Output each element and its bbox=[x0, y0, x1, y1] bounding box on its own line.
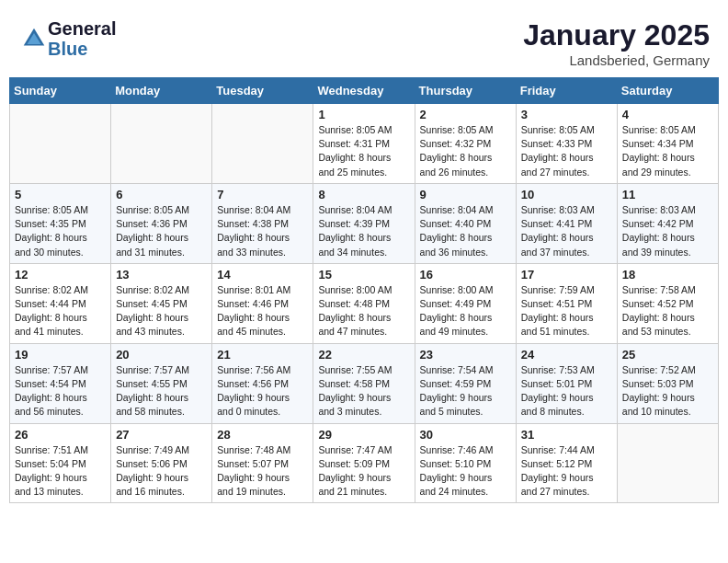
calendar-cell: 17Sunrise: 7:59 AM Sunset: 4:51 PM Dayli… bbox=[516, 263, 617, 343]
day-info: Sunrise: 8:03 AM Sunset: 4:41 PM Dayligh… bbox=[521, 203, 612, 259]
day-info: Sunrise: 8:05 AM Sunset: 4:32 PM Dayligh… bbox=[420, 123, 511, 179]
calendar: SundayMondayTuesdayWednesdayThursdayFrid… bbox=[9, 77, 719, 503]
logo-text: General Blue bbox=[48, 18, 116, 59]
day-number: 3 bbox=[521, 108, 612, 121]
weekday-header: Saturday bbox=[617, 78, 718, 104]
calendar-cell: 7Sunrise: 8:04 AM Sunset: 4:38 PM Daylig… bbox=[212, 183, 313, 263]
weekday-header: Sunday bbox=[10, 78, 111, 104]
calendar-cell: 24Sunrise: 7:53 AM Sunset: 5:01 PM Dayli… bbox=[516, 343, 617, 423]
day-number: 9 bbox=[420, 188, 511, 201]
day-info: Sunrise: 7:57 AM Sunset: 4:54 PM Dayligh… bbox=[15, 363, 106, 419]
day-info: Sunrise: 7:49 AM Sunset: 5:06 PM Dayligh… bbox=[116, 443, 207, 500]
calendar-week-row: 12Sunrise: 8:02 AM Sunset: 4:44 PM Dayli… bbox=[10, 263, 719, 343]
day-info: Sunrise: 7:52 AM Sunset: 5:03 PM Dayligh… bbox=[622, 363, 713, 419]
day-number: 4 bbox=[622, 108, 713, 121]
day-number: 20 bbox=[116, 348, 207, 362]
calendar-week-row: 26Sunrise: 7:51 AM Sunset: 5:04 PM Dayli… bbox=[10, 423, 719, 503]
calendar-cell: 26Sunrise: 7:51 AM Sunset: 5:04 PM Dayli… bbox=[10, 423, 111, 503]
calendar-cell: 21Sunrise: 7:56 AM Sunset: 4:56 PM Dayli… bbox=[212, 343, 313, 423]
calendar-cell: 8Sunrise: 8:04 AM Sunset: 4:39 PM Daylig… bbox=[313, 183, 415, 263]
calendar-week-row: 19Sunrise: 7:57 AM Sunset: 4:54 PM Dayli… bbox=[10, 343, 719, 423]
calendar-cell: 10Sunrise: 8:03 AM Sunset: 4:41 PM Dayli… bbox=[516, 183, 617, 263]
calendar-cell bbox=[10, 104, 111, 184]
day-info: Sunrise: 8:05 AM Sunset: 4:34 PM Dayligh… bbox=[622, 123, 713, 179]
day-number: 30 bbox=[420, 428, 511, 442]
day-info: Sunrise: 8:00 AM Sunset: 4:48 PM Dayligh… bbox=[318, 283, 409, 339]
month-title: January 2025 bbox=[523, 18, 710, 52]
day-number: 7 bbox=[217, 188, 308, 201]
day-info: Sunrise: 8:04 AM Sunset: 4:38 PM Dayligh… bbox=[217, 203, 308, 259]
calendar-cell: 16Sunrise: 8:00 AM Sunset: 4:49 PM Dayli… bbox=[415, 263, 516, 343]
day-number: 8 bbox=[318, 188, 409, 201]
day-number: 21 bbox=[217, 348, 308, 362]
day-info: Sunrise: 8:05 AM Sunset: 4:31 PM Dayligh… bbox=[318, 123, 409, 179]
day-info: Sunrise: 7:58 AM Sunset: 4:52 PM Dayligh… bbox=[622, 283, 713, 339]
day-number: 27 bbox=[116, 428, 207, 442]
day-number: 28 bbox=[217, 428, 308, 442]
calendar-cell: 3Sunrise: 8:05 AM Sunset: 4:33 PM Daylig… bbox=[516, 104, 617, 184]
calendar-cell bbox=[212, 104, 313, 184]
day-info: Sunrise: 8:02 AM Sunset: 4:45 PM Dayligh… bbox=[116, 283, 207, 339]
logo: General Blue bbox=[18, 18, 116, 59]
calendar-week-row: 5Sunrise: 8:05 AM Sunset: 4:35 PM Daylig… bbox=[10, 183, 719, 263]
calendar-cell: 23Sunrise: 7:54 AM Sunset: 4:59 PM Dayli… bbox=[415, 343, 516, 423]
day-number: 12 bbox=[15, 268, 106, 282]
day-number: 17 bbox=[521, 268, 612, 282]
day-number: 13 bbox=[116, 268, 207, 282]
calendar-cell: 25Sunrise: 7:52 AM Sunset: 5:03 PM Dayli… bbox=[617, 343, 718, 423]
calendar-cell: 18Sunrise: 7:58 AM Sunset: 4:52 PM Dayli… bbox=[617, 263, 718, 343]
weekday-header: Friday bbox=[516, 78, 617, 104]
day-info: Sunrise: 8:01 AM Sunset: 4:46 PM Dayligh… bbox=[217, 283, 308, 339]
calendar-cell bbox=[111, 104, 212, 184]
calendar-cell: 20Sunrise: 7:57 AM Sunset: 4:55 PM Dayli… bbox=[111, 343, 212, 423]
calendar-cell: 27Sunrise: 7:49 AM Sunset: 5:06 PM Dayli… bbox=[111, 423, 212, 503]
calendar-cell: 6Sunrise: 8:05 AM Sunset: 4:36 PM Daylig… bbox=[111, 183, 212, 263]
day-number: 26 bbox=[15, 428, 106, 442]
calendar-cell: 29Sunrise: 7:47 AM Sunset: 5:09 PM Dayli… bbox=[313, 423, 415, 503]
day-number: 18 bbox=[622, 268, 713, 282]
calendar-cell: 12Sunrise: 8:02 AM Sunset: 4:44 PM Dayli… bbox=[10, 263, 111, 343]
day-number: 1 bbox=[318, 108, 409, 121]
day-info: Sunrise: 8:05 AM Sunset: 4:36 PM Dayligh… bbox=[116, 203, 207, 259]
day-number: 19 bbox=[15, 348, 106, 362]
day-number: 31 bbox=[521, 428, 612, 442]
day-number: 5 bbox=[15, 188, 106, 201]
day-info: Sunrise: 7:56 AM Sunset: 4:56 PM Dayligh… bbox=[217, 363, 308, 419]
day-info: Sunrise: 8:05 AM Sunset: 4:35 PM Dayligh… bbox=[15, 203, 106, 259]
calendar-cell: 5Sunrise: 8:05 AM Sunset: 4:35 PM Daylig… bbox=[10, 183, 111, 263]
calendar-cell: 13Sunrise: 8:02 AM Sunset: 4:45 PM Dayli… bbox=[111, 263, 212, 343]
day-info: Sunrise: 7:54 AM Sunset: 4:59 PM Dayligh… bbox=[420, 363, 511, 419]
day-number: 22 bbox=[318, 348, 409, 362]
day-number: 10 bbox=[521, 188, 612, 201]
day-info: Sunrise: 8:05 AM Sunset: 4:33 PM Dayligh… bbox=[521, 123, 612, 179]
day-number: 15 bbox=[318, 268, 409, 282]
day-info: Sunrise: 8:04 AM Sunset: 4:40 PM Dayligh… bbox=[420, 203, 511, 259]
calendar-cell: 11Sunrise: 8:03 AM Sunset: 4:42 PM Dayli… bbox=[617, 183, 718, 263]
calendar-cell: 19Sunrise: 7:57 AM Sunset: 4:54 PM Dayli… bbox=[10, 343, 111, 423]
day-info: Sunrise: 8:00 AM Sunset: 4:49 PM Dayligh… bbox=[420, 283, 511, 339]
calendar-cell: 15Sunrise: 8:00 AM Sunset: 4:48 PM Dayli… bbox=[313, 263, 415, 343]
day-number: 16 bbox=[420, 268, 511, 282]
day-number: 14 bbox=[217, 268, 308, 282]
weekday-header: Wednesday bbox=[313, 78, 415, 104]
day-number: 23 bbox=[420, 348, 511, 362]
day-info: Sunrise: 7:57 AM Sunset: 4:55 PM Dayligh… bbox=[116, 363, 207, 419]
logo-icon bbox=[20, 25, 48, 52]
calendar-cell: 1Sunrise: 8:05 AM Sunset: 4:31 PM Daylig… bbox=[313, 104, 415, 184]
day-number: 11 bbox=[622, 188, 713, 201]
day-info: Sunrise: 7:51 AM Sunset: 5:04 PM Dayligh… bbox=[15, 443, 106, 500]
weekday-header: Thursday bbox=[415, 78, 516, 104]
day-info: Sunrise: 7:47 AM Sunset: 5:09 PM Dayligh… bbox=[318, 443, 409, 500]
calendar-cell: 28Sunrise: 7:48 AM Sunset: 5:07 PM Dayli… bbox=[212, 423, 313, 503]
day-info: Sunrise: 7:48 AM Sunset: 5:07 PM Dayligh… bbox=[217, 443, 308, 500]
calendar-cell: 30Sunrise: 7:46 AM Sunset: 5:10 PM Dayli… bbox=[415, 423, 516, 503]
day-info: Sunrise: 7:59 AM Sunset: 4:51 PM Dayligh… bbox=[521, 283, 612, 339]
day-info: Sunrise: 8:04 AM Sunset: 4:39 PM Dayligh… bbox=[318, 203, 409, 259]
day-info: Sunrise: 8:03 AM Sunset: 4:42 PM Dayligh… bbox=[622, 203, 713, 259]
calendar-cell: 31Sunrise: 7:44 AM Sunset: 5:12 PM Dayli… bbox=[516, 423, 617, 503]
day-number: 24 bbox=[521, 348, 612, 362]
day-info: Sunrise: 8:02 AM Sunset: 4:44 PM Dayligh… bbox=[15, 283, 106, 339]
day-info: Sunrise: 7:44 AM Sunset: 5:12 PM Dayligh… bbox=[521, 443, 612, 500]
calendar-cell: 9Sunrise: 8:04 AM Sunset: 4:40 PM Daylig… bbox=[415, 183, 516, 263]
calendar-cell: 14Sunrise: 8:01 AM Sunset: 4:46 PM Dayli… bbox=[212, 263, 313, 343]
